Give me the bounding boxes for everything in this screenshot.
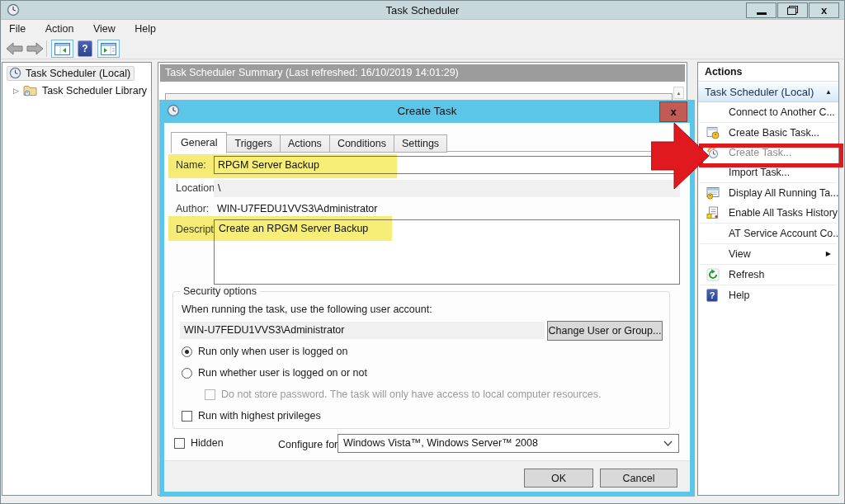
change-user-button[interactable]: Change User or Group... [547, 321, 663, 341]
summary-header: Task Scheduler Summary (Last refreshed: … [160, 64, 685, 82]
minimize-button[interactable] [746, 2, 777, 18]
tab-general[interactable]: General [171, 132, 227, 153]
ok-button[interactable]: OK [524, 469, 593, 488]
show-console-tree-button[interactable] [51, 40, 73, 58]
tree-item-label: Task Scheduler Library [42, 85, 147, 97]
create-task-dialog: Create Task x General Triggers Actions C… [159, 100, 695, 497]
help-toolbar-button[interactable]: ? [78, 40, 92, 57]
checkbox-do-not-store-password: Do not store password. The task will onl… [205, 388, 601, 401]
chevron-down-icon [663, 440, 673, 446]
submenu-arrow-icon: ▶ [826, 244, 831, 264]
dialog-clock-icon [167, 104, 180, 117]
action-item-connect[interactable]: Connect to Another C... [698, 102, 838, 122]
location-label: Location: [176, 182, 218, 194]
menu-view[interactable]: View [85, 21, 124, 37]
actions-panel: Actions Task Scheduler (Local) ▲ Connect… [697, 62, 839, 496]
description-textarea[interactable]: Create an RPGM Server Backup [214, 219, 680, 285]
menu-help[interactable]: Help [126, 21, 164, 37]
refresh-icon [706, 268, 720, 281]
dialog-footer: OK Cancel [164, 460, 690, 492]
tab-triggers[interactable]: Triggers [227, 134, 280, 153]
show-action-pane-button[interactable] [97, 40, 120, 58]
action-item-display-all-running[interactable]: Display All Running Ta... [698, 183, 838, 203]
checkbox-disabled-icon [205, 389, 215, 400]
window-title: Task Scheduler [386, 4, 460, 16]
location-value: \ [214, 180, 680, 197]
help-icon: ? [706, 289, 718, 302]
console-tree-icon [54, 43, 70, 55]
account-value: WIN-U7FEDU1VVS3\Administrator [180, 322, 545, 339]
radio-run-logged-on[interactable]: Run only when user is logged on [182, 345, 347, 358]
task-scheduler-window: Task Scheduler x File Action View Help ? [0, 0, 845, 504]
dialog-title: Create Task [398, 105, 457, 117]
security-options-legend: Security options [180, 285, 260, 297]
actions-section-label: Task Scheduler (Local) [705, 86, 814, 98]
actions-section-header[interactable]: Task Scheduler (Local) ▲ [698, 82, 838, 102]
tab-settings[interactable]: Settings [394, 134, 447, 153]
author-value: WIN-U7FEDU1VVS3\Administrator [217, 203, 378, 214]
security-options-group: Security options When running the task, … [172, 291, 670, 429]
cancel-button[interactable]: Cancel [600, 469, 677, 488]
scroll-up-arrow[interactable]: ▲ [673, 87, 684, 99]
actions-panel-title: Actions [698, 63, 838, 82]
dialog-tabs: General Triggers Actions Conditions Sett… [171, 132, 447, 153]
tree-item-label: Task Scheduler (Local) [26, 68, 130, 79]
action-item-create-basic-task[interactable]: Create Basic Task... [698, 123, 838, 143]
configure-for-select[interactable]: Windows Vista™, Windows Server™ 2008 [338, 434, 679, 453]
tab-conditions[interactable]: Conditions [330, 134, 394, 153]
question-icon: ? [82, 43, 87, 54]
red-annotation-box [699, 144, 843, 167]
name-input[interactable] [214, 156, 680, 174]
red-arrow-icon [651, 120, 710, 191]
configure-for-label: Configure for: [278, 439, 341, 450]
minimize-icon [757, 12, 767, 15]
author-label: Author: [176, 203, 209, 214]
account-hint: When running the task, use the following… [182, 304, 432, 315]
checkbox-icon[interactable] [182, 411, 192, 422]
tree-item-task-scheduler-library[interactable]: ▷ Task Scheduler Library [2, 82, 151, 99]
checkbox-run-highest-privileges[interactable]: Run with highest privileges [182, 409, 321, 422]
action-pane-icon [101, 43, 116, 55]
tab-actions[interactable]: Actions [281, 134, 330, 153]
collapse-icon[interactable]: ▲ [825, 82, 832, 102]
close-button[interactable]: x [809, 2, 839, 18]
menu-file[interactable]: File [1, 21, 34, 37]
action-item-enable-history[interactable]: Enable All Tasks History [698, 203, 838, 223]
dialog-titlebar: Create Task x [159, 100, 695, 123]
tree-item-task-scheduler-local[interactable]: Task Scheduler (Local) [2, 65, 151, 82]
clock-icon [9, 67, 21, 79]
console-tree-panel: Task Scheduler (Local) ▷ Task Scheduler … [2, 62, 152, 496]
radio-run-logged-on-or-not[interactable]: Run whether user is logged on or not [182, 366, 367, 379]
close-icon: x [821, 1, 827, 20]
action-item-at-service-account[interactable]: AT Service Account Co... [698, 224, 838, 243]
dialog-body: General Triggers Actions Conditions Sett… [164, 123, 690, 492]
action-item-view[interactable]: View ▶ [698, 244, 838, 264]
back-icon[interactable] [6, 42, 23, 55]
action-item-help[interactable]: ? Help [698, 285, 838, 305]
radio-checked-icon[interactable] [182, 346, 192, 357]
menu-action[interactable]: Action [37, 21, 83, 37]
name-label: Name: [176, 159, 206, 171]
restore-icon [787, 6, 798, 15]
menu-bar: File Action View Help [1, 21, 844, 38]
restore-button[interactable] [777, 2, 808, 18]
task-scheduler-app-icon [7, 3, 20, 16]
tasks-history-icon [706, 206, 720, 219]
forward-icon[interactable] [26, 42, 44, 55]
dialog-close-button[interactable]: x [659, 101, 687, 122]
checkbox-icon[interactable] [174, 438, 185, 449]
checkbox-hidden[interactable]: Hidden [174, 437, 224, 449]
action-item-refresh[interactable]: Refresh [698, 265, 838, 285]
radio-unchecked-icon[interactable] [182, 368, 192, 379]
window-titlebar: Task Scheduler x [1, 1, 844, 20]
toolbar-separator [46, 40, 47, 57]
folder-clock-icon [23, 85, 38, 97]
expander-icon[interactable]: ▷ [13, 87, 19, 95]
toolbar: ? [1, 38, 844, 59]
